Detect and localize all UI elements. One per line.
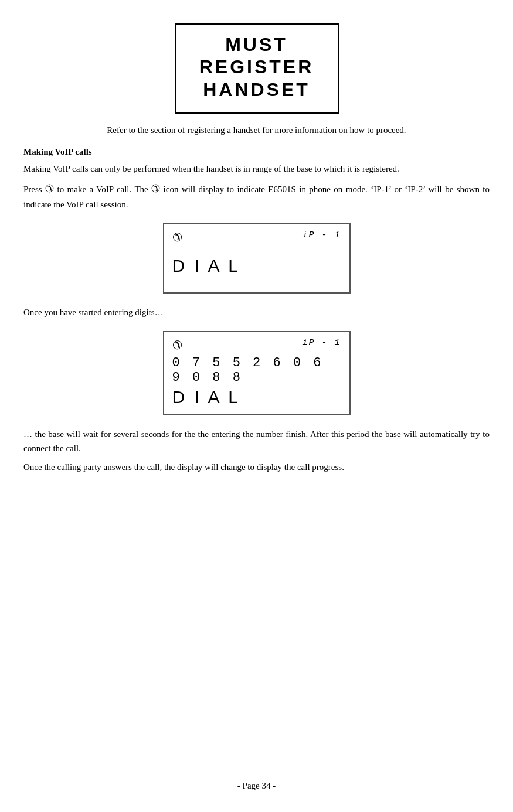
register-box: MUST REGISTER HANDSET	[175, 23, 339, 114]
screen1-phone-icon: ✆	[172, 230, 182, 244]
screen2-top-row: ✆ iP - 1	[172, 338, 341, 352]
voip-para2: Press ✆ to make a VoIP call. The ✆ icon …	[23, 180, 490, 211]
page-content: MUST REGISTER HANDSET Refer to the secti…	[23, 23, 490, 808]
voip-para1: Making VoIP calls can only be performed …	[23, 162, 490, 176]
screen2: ✆ iP - 1 0 7 5 5 2 6 0 6 9 0 8 8 D I A L	[163, 331, 351, 415]
voip-para2-middle: to make a VoIP call. The	[57, 185, 152, 194]
once-text: Once you have started entering digits…	[23, 305, 490, 319]
phone-icon-indicate: ✆	[151, 180, 160, 197]
register-title-line2: HANDSET	[188, 79, 326, 101]
page-number: - Page 34 -	[237, 781, 276, 790]
screen1-ip-indicator: iP - 1	[302, 230, 341, 240]
ellipsis-para1: … the base will wait for several seconds…	[23, 427, 490, 455]
refer-text: Refer to the section of registering a ha…	[23, 125, 490, 135]
ellipsis-para2: Once the calling party answers the call,…	[23, 460, 490, 474]
phone-icon-press: ✆	[45, 180, 54, 197]
screen2-number: 0 7 5 5 2 6 0 6 9 0 8 8	[172, 356, 341, 385]
voip-section-heading: Making VoIP calls	[23, 147, 490, 157]
page-footer: - Page 34 -	[23, 781, 490, 791]
screen2-phone-icon: ✆	[172, 338, 182, 352]
screen1-dial-label: D I A L	[172, 256, 341, 276]
screen2-dial-label: D I A L	[172, 387, 341, 407]
screen2-ip-indicator: iP - 1	[302, 338, 341, 348]
register-title-line1: MUST REGISTER	[188, 33, 326, 79]
screen1: ✆ iP - 1 D I A L	[163, 223, 351, 294]
press-label: Press	[23, 185, 42, 194]
screen1-top-row: ✆ iP - 1	[172, 230, 341, 244]
